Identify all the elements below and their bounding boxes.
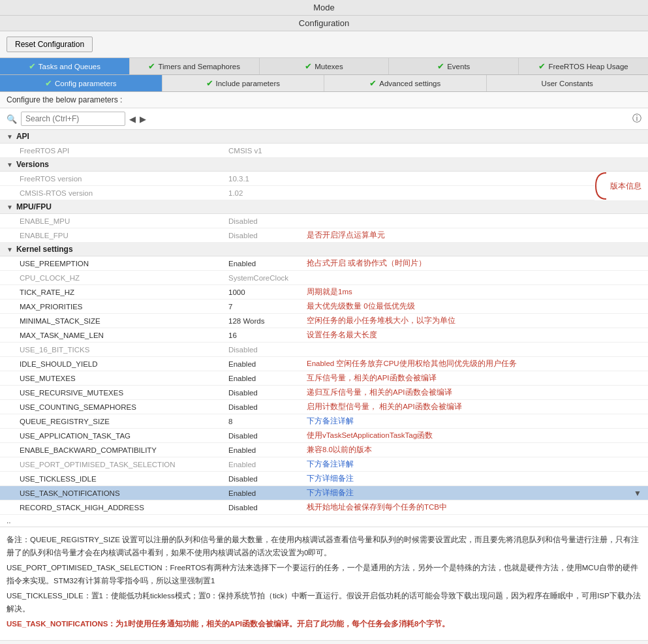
prev-icon[interactable]: ◀ bbox=[129, 114, 136, 124]
param-name: ENABLE_MPU bbox=[20, 217, 228, 225]
check-icon-timers: ✔ bbox=[148, 61, 155, 71]
param-row-use-task-notifications[interactable]: USE_TASK_NOTIFICATIONSEnabled下方详细备注▼ bbox=[0, 486, 648, 500]
param-row-minimal-stack-size[interactable]: MINIMAL_STACK_SIZE128 Words空闲任务的最小任务堆栈大小… bbox=[0, 314, 648, 328]
section-arrow-mpufpu: ▼ bbox=[7, 204, 13, 211]
param-name: QUEUE_REGISTRY_SIZE bbox=[20, 418, 228, 425]
tab-advanced[interactable]: ✔Advanced settings bbox=[324, 75, 487, 91]
config-label: Configuration bbox=[299, 18, 349, 28]
main-content: ▼APIFreeRTOS APICMSIS v1▼VersionsFreeRTO… bbox=[0, 130, 648, 527]
section-arrow-kernel: ▼ bbox=[7, 246, 13, 253]
check-icon-mutexes: ✔ bbox=[305, 61, 312, 71]
param-comment: 使用vTaskSetApplicationTaskTag函数 bbox=[307, 431, 641, 440]
search-input[interactable] bbox=[21, 112, 125, 126]
param-row-cpu-clock-hz[interactable]: CPU_CLOCK_HZSystemCoreClock bbox=[0, 271, 648, 285]
annotation-2: USE_TICKLESS_IDLE：置1：使能低功耗tickless模式；置0：… bbox=[7, 590, 641, 615]
section-label-versions: Versions bbox=[16, 160, 49, 169]
param-comment: 抢占式开启 或者协作式（时间片） bbox=[307, 258, 641, 268]
info-icon-right[interactable]: ⓘ bbox=[632, 113, 641, 125]
param-row-record-stack-high-address[interactable]: RECORD_STACK_HIGH_ADDRESSDisabled栈开始地址会被… bbox=[0, 500, 648, 515]
tab-label-mutexes: Mutexes bbox=[315, 63, 343, 70]
tab-include-params[interactable]: ✔Include parameters bbox=[162, 75, 325, 91]
section-header-api[interactable]: ▼API bbox=[0, 130, 648, 144]
param-row-tick-rate-hz[interactable]: TICK_RATE_HZ1000周期就是1ms bbox=[0, 285, 648, 299]
param-row-use-preemption[interactable]: USE_PREEMPTIONEnabled抢占式开启 或者协作式（时间片） bbox=[0, 256, 648, 271]
param-row-use-application-task-tag[interactable]: USE_APPLICATION_TASK_TAGDisabled使用vTaskS… bbox=[0, 429, 648, 443]
param-value: 128 Words bbox=[228, 317, 307, 325]
section-header-mpufpu[interactable]: ▼MPU/FPU bbox=[0, 200, 648, 214]
check-icon-events: ✔ bbox=[437, 61, 444, 71]
param-name: USE_COUNTING_SEMAPHORES bbox=[20, 403, 228, 411]
next-icon[interactable]: ▶ bbox=[140, 114, 146, 124]
tab-label-include-params: Include parameters bbox=[216, 80, 280, 87]
param-row-idle-should-yield[interactable]: IDLE_SHOULD_YIELDEnabledEnabled 空闲任务放弃CP… bbox=[0, 357, 648, 371]
param-name: MINIMAL_STACK_SIZE bbox=[20, 317, 228, 325]
ellipsis: .. bbox=[0, 515, 648, 527]
param-row-queue-registry-size[interactable]: QUEUE_REGISTRY_SIZE8下方备注详解 bbox=[0, 414, 648, 429]
dropdown-arrow[interactable]: ▼ bbox=[634, 489, 641, 498]
param-row-enable-backward-compatibility[interactable]: ENABLE_BACKWARD_COMPATIBILITYEnabled兼容8.… bbox=[0, 443, 648, 457]
tab-mutexes[interactable]: ✔Mutexes bbox=[260, 58, 390, 74]
param-comment: 栈开始地址会被保存到每个任务的TCB中 bbox=[307, 502, 641, 512]
param-value: Disabled bbox=[228, 475, 307, 483]
param-name: MAX_TASK_NAME_LEN bbox=[20, 331, 228, 339]
param-value: 1000 bbox=[228, 288, 307, 296]
param-value: 1.02 bbox=[228, 189, 307, 197]
param-comment: 启用计数型信号量， 相关的API函数会被编译 bbox=[307, 402, 641, 412]
param-comment: 是否开启浮点运算单元 bbox=[307, 230, 641, 240]
param-value: 10.3.1 bbox=[228, 175, 307, 183]
param-row-use-recursive-mutexes[interactable]: USE_RECURSIVE_MUTEXESDisabled递归互斥信号量，相关的… bbox=[0, 386, 648, 400]
param-name: MAX_PRIORITIES bbox=[20, 303, 228, 311]
param-value: Enabled bbox=[228, 260, 307, 268]
param-value: Disabled bbox=[228, 389, 307, 397]
tab-timers[interactable]: ✔Timers and Semaphores bbox=[130, 58, 260, 74]
param-name: ENABLE_FPU bbox=[20, 232, 228, 239]
param-table: ▼APIFreeRTOS APICMSIS v1▼VersionsFreeRTO… bbox=[0, 130, 648, 527]
param-row-use-mutexes[interactable]: USE_MUTEXESEnabled互斥信号量，相关的API函数会被编译 bbox=[0, 371, 648, 386]
section-label-api: API bbox=[16, 132, 29, 141]
param-row-enable-fpu[interactable]: ENABLE_FPUDisabled是否开启浮点运算单元 bbox=[0, 228, 648, 243]
tab-events[interactable]: ✔Events bbox=[389, 58, 519, 74]
check-icon-config-params: ✔ bbox=[45, 78, 52, 88]
param-value: Disabled bbox=[228, 432, 307, 440]
param-value: CMSIS v1 bbox=[228, 147, 307, 155]
param-row-use-counting-semaphores[interactable]: USE_COUNTING_SEMAPHORESDisabled启用计数型信号量，… bbox=[0, 400, 648, 414]
param-row-freertos api[interactable]: FreeRTOS APICMSIS v1 bbox=[0, 144, 648, 158]
reset-configuration-button[interactable]: Reset Configuration bbox=[7, 37, 93, 52]
check-icon-tasks: ✔ bbox=[29, 61, 36, 71]
search-icon: 🔍 bbox=[7, 114, 17, 124]
param-row-max-task-name-len[interactable]: MAX_TASK_NAME_LEN16设置任务名最大长度 bbox=[0, 328, 648, 343]
tab-config-params[interactable]: ✔Config parameters bbox=[0, 75, 162, 91]
tab-label-tasks: Tasks and Queues bbox=[39, 63, 100, 70]
tab-label-heap: FreeRTOS Heap Usage bbox=[548, 63, 628, 70]
param-comment: 下方备注详解 bbox=[307, 416, 641, 426]
param-value: Enabled bbox=[228, 375, 307, 382]
param-row-use-port-optimised-task-selection[interactable]: USE_PORT_OPTIMISED_TASK_SELECTIONEnabled… bbox=[0, 457, 648, 472]
search-bar: 🔍 ◀ ▶ ⓘ bbox=[0, 108, 648, 130]
param-comment: 设置任务名最大长度 bbox=[307, 330, 641, 340]
tab-tasks[interactable]: ✔Tasks and Queues bbox=[0, 58, 130, 74]
param-row-freertos version[interactable]: FreeRTOS version10.3.1 bbox=[0, 172, 594, 186]
param-name: USE_APPLICATION_TASK_TAG bbox=[20, 432, 228, 440]
csdn-footer: CSDN @it_660 bbox=[0, 640, 648, 644]
param-value: SystemCoreClock bbox=[228, 274, 307, 282]
section-label-kernel: Kernel settings bbox=[16, 245, 73, 254]
param-name: ENABLE_BACKWARD_COMPATIBILITY bbox=[20, 446, 228, 454]
annotation-1: USE_PORT_OPTIMISED_TASK_SELECTION：FreeRT… bbox=[7, 562, 641, 587]
section-header-kernel[interactable]: ▼Kernel settings bbox=[0, 243, 648, 256]
param-row-max-priorities[interactable]: MAX_PRIORITIES7最大优先级数量 0位最低优先级 bbox=[0, 299, 648, 314]
param-name: USE_PORT_OPTIMISED_TASK_SELECTION bbox=[20, 461, 228, 468]
tabs-row2: ✔Config parameters✔Include parameters✔Ad… bbox=[0, 75, 648, 92]
param-comment: 互斥信号量，相关的API函数会被编译 bbox=[307, 373, 641, 383]
param-row-use-16-bit-ticks[interactable]: USE_16_BIT_TICKSDisabled bbox=[0, 343, 648, 357]
section-header-versions[interactable]: ▼Versions bbox=[0, 158, 648, 172]
tab-heap[interactable]: ✔FreeRTOS Heap Usage bbox=[519, 58, 648, 74]
tabs-row1: ✔Tasks and Queues✔Timers and Semaphores✔… bbox=[0, 58, 648, 75]
check-icon-heap: ✔ bbox=[538, 61, 546, 71]
tab-user-constants[interactable]: User Constants bbox=[487, 75, 649, 91]
param-value: Disabled bbox=[228, 346, 307, 354]
param-row-cmsis-rtos version[interactable]: CMSIS-RTOS version1.02 bbox=[0, 186, 594, 200]
param-row-enable-mpu[interactable]: ENABLE_MPUDisabled bbox=[0, 214, 648, 228]
param-comment: 周期就是1ms bbox=[307, 287, 641, 297]
param-name: USE_TICKLESS_IDLE bbox=[20, 475, 228, 483]
param-row-use-tickless-idle[interactable]: USE_TICKLESS_IDLEDisabled下方详细备注 bbox=[0, 472, 648, 486]
